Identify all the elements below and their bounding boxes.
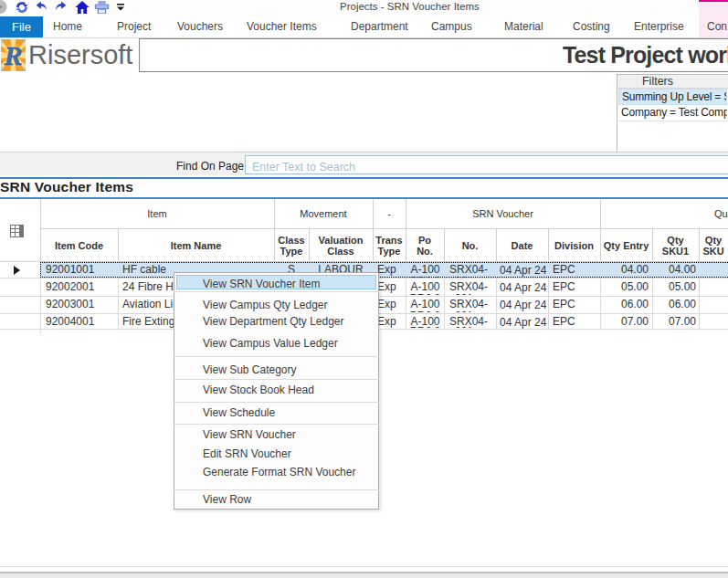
svg-text:R: R bbox=[3, 40, 22, 70]
